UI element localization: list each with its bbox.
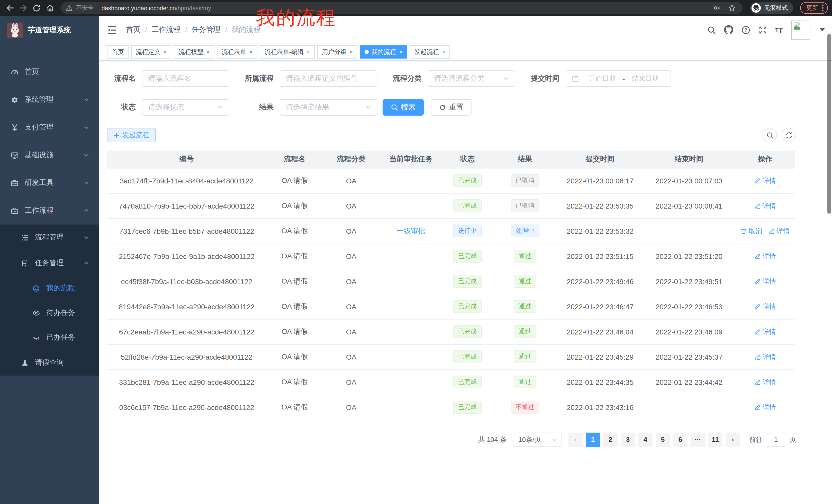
reload-icon[interactable]: [31, 2, 42, 13]
github-icon[interactable]: [724, 25, 733, 34]
cell-category: OA: [323, 218, 380, 244]
page-button[interactable]: 2: [603, 432, 618, 447]
cell-category: OA: [323, 395, 380, 420]
detail-link[interactable]: 详情: [754, 402, 776, 412]
result-tag: 已取消: [511, 199, 539, 212]
detail-link[interactable]: 详情: [754, 201, 776, 211]
close-icon[interactable]: ×: [442, 49, 445, 55]
process-def-input[interactable]: 请输入流程定义的编号: [280, 71, 378, 87]
detail-link[interactable]: 详情: [768, 226, 790, 235]
result-select[interactable]: 请选择流结果: [280, 99, 378, 116]
detail-link[interactable]: 详情: [754, 377, 776, 387]
sidebar-item-1[interactable]: 系统管理: [0, 86, 99, 114]
page-button[interactable]: 5: [656, 432, 670, 447]
cell-result: 通过: [493, 269, 557, 294]
detail-link[interactable]: 详情: [754, 352, 776, 361]
create-process-button[interactable]: 发起流程: [107, 128, 156, 142]
sidebar-item-11[interactable]: 请假查询: [0, 350, 99, 375]
detail-link[interactable]: 详情: [754, 277, 776, 286]
jump-prefix: 前往: [749, 435, 762, 444]
reset-button[interactable]: 重置: [431, 99, 471, 116]
page-button[interactable]: 6: [673, 432, 687, 447]
page-size-select[interactable]: 10条/页: [513, 432, 562, 447]
result-tag: 通过: [514, 350, 536, 363]
current-task-link[interactable]: 一级审批: [396, 226, 425, 234]
tab-0[interactable]: 首页: [107, 45, 129, 59]
chrome-update-button[interactable]: 更新: [800, 2, 828, 14]
close-icon[interactable]: ×: [350, 49, 353, 55]
page-scrollbar[interactable]: [827, 34, 831, 214]
sidebar-item-8[interactable]: 我的流程: [0, 276, 99, 301]
prev-page-button[interactable]: ‹: [568, 432, 582, 447]
page-button[interactable]: 4: [638, 432, 653, 447]
page-button[interactable]: 3: [621, 432, 635, 447]
sidebar-item-3[interactable]: 基础设施: [0, 141, 99, 169]
page-button[interactable]: 1: [586, 432, 600, 447]
home-icon[interactable]: [44, 2, 55, 13]
next-page-button[interactable]: ›: [726, 432, 740, 447]
help-icon[interactable]: ?: [741, 25, 750, 34]
chevron-down-icon: [83, 152, 89, 158]
jump-page-input[interactable]: 1: [767, 432, 785, 447]
detail-link[interactable]: 详情: [754, 251, 776, 261]
sidebar-item-10[interactable]: 已办任务: [0, 325, 99, 350]
more-pages-button[interactable]: ···: [691, 432, 705, 447]
fullscreen-icon[interactable]: [758, 25, 767, 34]
breadcrumb-item[interactable]: 任务管理: [192, 25, 220, 34]
sidebar-item-9[interactable]: 待办任务: [0, 301, 99, 325]
user-icon: [21, 359, 29, 367]
close-icon[interactable]: ×: [250, 49, 253, 55]
close-icon[interactable]: ×: [206, 49, 210, 55]
tab-1[interactable]: 流程定义×: [131, 45, 172, 59]
status-select[interactable]: 请选择状态: [142, 99, 229, 116]
refresh-table-button[interactable]: [782, 128, 796, 142]
detail-link[interactable]: 详情: [754, 302, 776, 311]
search-button[interactable]: 搜索: [383, 99, 424, 116]
user-menu-caret-icon[interactable]: [820, 28, 825, 31]
sidebar-item-0[interactable]: 首页: [0, 58, 99, 86]
sidebar-item-5[interactable]: 工作流程: [0, 197, 99, 225]
close-icon[interactable]: ×: [399, 49, 402, 55]
tab-6[interactable]: 我的流程×: [360, 45, 407, 59]
key-icon[interactable]: [711, 2, 723, 13]
detail-link[interactable]: 详情: [754, 327, 776, 336]
address-bar[interactable]: 不安全 dashboard.yudao.iocoder.cn/bpm/task/…: [61, 2, 743, 14]
sidebar-item-6[interactable]: 流程管理: [0, 225, 99, 250]
star-icon[interactable]: [726, 2, 737, 13]
breadcrumb-item[interactable]: 首页: [126, 25, 140, 34]
back-icon[interactable]: [4, 2, 16, 13]
tab-2[interactable]: 流程模型×: [174, 45, 214, 59]
cell-id: 331bc281-7b9a-11ec-a290-acde48001122: [107, 369, 266, 395]
sidebar-collapse-icon[interactable]: [107, 25, 117, 34]
tab-7[interactable]: 发起流程×: [410, 45, 450, 59]
kebab-menu-icon[interactable]: [822, 4, 824, 12]
cancel-link[interactable]: 取消: [740, 226, 762, 235]
font-size-icon[interactable]: TT: [775, 25, 783, 34]
submit-time-range-picker[interactable]: 开始日期 - 结束日期: [566, 71, 671, 87]
sidebar-item-4[interactable]: 研发工具: [0, 169, 99, 197]
tab-3[interactable]: 流程表单×: [217, 45, 257, 59]
tree-icon: [21, 233, 29, 242]
result-tag: 通过: [514, 375, 536, 388]
close-icon[interactable]: ×: [163, 49, 167, 55]
sidebar-item-7[interactable]: 任务管理: [0, 250, 99, 276]
page-button[interactable]: 11: [708, 432, 723, 447]
process-name-input[interactable]: 请输入流程名: [142, 71, 229, 87]
tab-5[interactable]: 用户分组×: [317, 45, 358, 59]
avatar[interactable]: [791, 20, 810, 39]
breadcrumb-item[interactable]: 工作流程: [152, 25, 181, 34]
forward-icon[interactable]: [18, 2, 29, 13]
sidebar-item-2[interactable]: 支付管理: [0, 114, 99, 141]
cell-actions: 详情: [735, 294, 795, 319]
cell-end-time: [643, 395, 735, 420]
app-logo-row[interactable]: 芋道管理系统: [0, 16, 99, 45]
cell-id: 7317cec6-7b9b-11ec-b5b7-acde48001122: [107, 218, 266, 244]
toggle-search-button[interactable]: [762, 128, 777, 142]
category-select[interactable]: 请选择流程分类: [428, 71, 515, 87]
tab-4[interactable]: 流程表单-编辑×: [260, 45, 315, 59]
header-search-icon[interactable]: [707, 25, 716, 34]
eye-icon: [32, 309, 40, 317]
cell-status: 已完成: [442, 168, 493, 193]
detail-link[interactable]: 详情: [754, 176, 776, 185]
close-icon[interactable]: ×: [307, 49, 310, 55]
